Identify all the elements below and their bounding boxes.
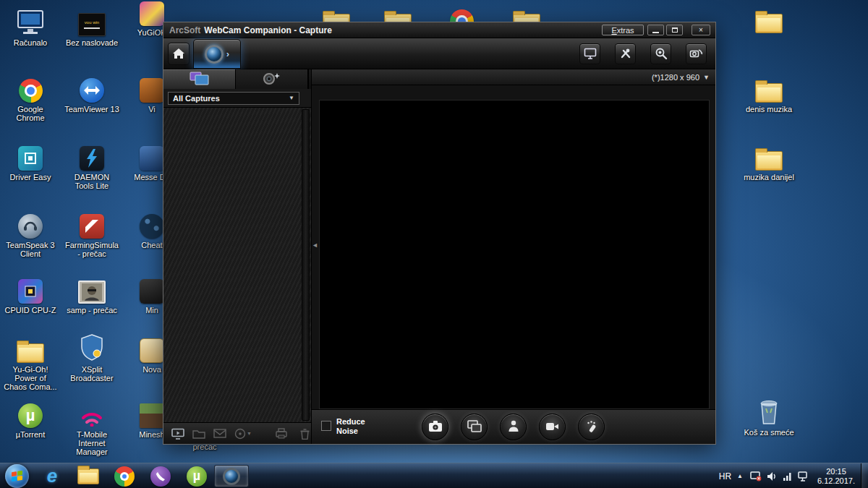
submenu-arrow-icon: ›	[226, 48, 229, 59]
volume-icon[interactable]	[767, 471, 778, 481]
desktop-icon-label: muzika danijel	[741, 173, 796, 181]
desktop-icon-utorrent[interactable]: µ µTorrent	[3, 396, 58, 439]
chrome-icon	[114, 466, 135, 487]
desktop-icon-recycle-bin[interactable]: Koš za smeće	[741, 394, 796, 437]
desktop-icon-daemon-tools[interactable]: DAEMON Tools Lite	[64, 139, 119, 190]
desktop-icon-google-chrome[interactable]: Google Chrome	[3, 71, 58, 122]
close-button[interactable]: ×	[692, 25, 710, 35]
desktop-icon-denis-muzika[interactable]: denis muzika	[741, 71, 796, 114]
cpuz-icon	[18, 279, 43, 304]
desktop-icon-label: TeamSpeak 3 Client	[3, 241, 58, 258]
desktop-icon-teamviewer[interactable]: TeamViewer 13	[64, 71, 119, 114]
burn-disc-button[interactable]: ▼	[234, 428, 252, 440]
desktop-icon-muzika-danijel[interactable]: muzika danijel	[741, 139, 796, 181]
taskbar-viber[interactable]	[146, 465, 175, 487]
taskbar-explorer[interactable]	[74, 465, 103, 487]
settings-button[interactable]	[615, 43, 636, 64]
tmobile-wifi-icon	[79, 403, 105, 428]
effects-button[interactable]	[578, 414, 605, 440]
magnifier-gear-icon	[655, 47, 668, 61]
desktop-icon-bez-naslovade[interactable]: vou win Bez naslovade	[64, 4, 119, 47]
chevron-down-icon: ▼	[703, 74, 710, 81]
taskbar-webcam-companion-active[interactable]	[214, 465, 249, 487]
video-record-button[interactable]	[500, 414, 527, 440]
app-icon	[140, 78, 164, 103]
main-toolbar: ›	[163, 38, 715, 69]
window-title: WebCam Companion - Capture	[204, 25, 331, 35]
desktop-icon-label: TeamViewer 13	[64, 105, 119, 114]
desktop-icon-farming-simulator[interactable]: FarmingSimula - prečac	[64, 207, 119, 258]
open-folder-button[interactable]	[192, 429, 205, 439]
collapse-panel-arrow[interactable]: ◄	[312, 241, 318, 249]
webcam-lens-icon	[223, 468, 240, 485]
delete-button[interactable]	[299, 428, 310, 440]
photo-capture-button[interactable]	[422, 414, 448, 440]
utorrent-icon: µ	[187, 466, 207, 487]
switch-camera-button[interactable]	[686, 43, 707, 64]
email-button[interactable]	[213, 429, 226, 438]
burst-capture-button[interactable]	[461, 414, 488, 440]
media-capture-button[interactable]	[539, 414, 566, 440]
slideshow-button[interactable]	[171, 428, 184, 440]
captures-list[interactable]	[163, 108, 311, 422]
xsplit-icon	[80, 334, 104, 363]
desktop-icon-driver-easy[interactable]: Driver Easy	[3, 139, 58, 181]
desktop-icon-computer[interactable]: Računalo	[3, 4, 58, 47]
taskbar-utorrent[interactable]: µ	[182, 465, 211, 487]
taskbar-clock[interactable]: 20:15 6.12.2017.	[817, 467, 855, 486]
screen-icon	[584, 48, 597, 61]
captures-scrollbar[interactable]	[302, 109, 310, 421]
internet-explorer-icon: e	[47, 465, 57, 487]
tab-captures[interactable]	[163, 69, 236, 89]
tab-webcam-effects[interactable]	[236, 69, 308, 89]
camera-preview	[319, 100, 710, 409]
desktop-icon-teamspeak[interactable]: TeamSpeak 3 Client	[3, 207, 58, 258]
webcam-star-icon	[263, 72, 281, 87]
taskbar-chrome[interactable]	[110, 465, 139, 487]
capture-mode-button[interactable]: ›	[193, 39, 241, 69]
folder-icon	[755, 83, 783, 103]
device-search-button[interactable]	[650, 43, 671, 64]
maximize-button[interactable]	[666, 25, 683, 35]
desktop: Računalo Google Chrome Driver Easy TeamS…	[0, 0, 868, 488]
fullscreen-preview-button[interactable]	[579, 43, 600, 64]
minimize-button[interactable]	[647, 25, 664, 35]
home-button[interactable]	[168, 43, 190, 65]
action-center-icon[interactable]	[750, 471, 762, 481]
network-icon[interactable]	[798, 471, 809, 481]
signal-icon[interactable]	[783, 471, 793, 481]
reduce-noise-checkbox[interactable]	[321, 421, 331, 431]
burst-icon	[467, 420, 482, 434]
show-desktop-button[interactable]	[861, 463, 868, 488]
desktop-icon-top-folder-4[interactable]	[741, 1, 796, 35]
desktop-icon-label: samp - prečac	[64, 306, 119, 314]
titlebar[interactable]: ArcSoft WebCam Companion - Capture Extra…	[163, 22, 715, 38]
filter-value: All Captures	[173, 94, 220, 103]
preview-panel: (*)1280 x 960 ▼ ◄ Reduce Noise	[312, 69, 715, 444]
taskbar: e µ HR ▲ 20:15 6.12.2017.	[0, 463, 868, 488]
desktop-icon-label: Yu-Gi-Oh! Power of Chaos Coma...	[3, 365, 58, 391]
extras-menu-button[interactable]: Extras	[602, 25, 644, 35]
resolution-dropdown[interactable]: (*)1280 x 960 ▼	[312, 69, 715, 85]
captures-filter-select[interactable]: All Captures ▼	[168, 92, 299, 105]
icon-text: vou win	[85, 20, 99, 25]
language-indicator[interactable]: HR	[719, 471, 731, 481]
maximize-icon	[672, 27, 678, 33]
desktop-icon-yugioh-folder[interactable]: Yu-Gi-Oh! Power of Chaos Coma...	[3, 331, 58, 391]
folder-icon	[755, 151, 783, 171]
desktop-icon-xsplit[interactable]: XSplit Broadcaster	[64, 331, 119, 382]
taskbar-ie[interactable]: e	[38, 465, 67, 487]
hidden-icons-arrow[interactable]: ▲	[737, 473, 743, 479]
desktop-icon-label: CPUID CPU-Z	[3, 306, 58, 314]
start-button[interactable]	[5, 464, 29, 488]
tabs-filler	[308, 69, 311, 89]
desktop-icon-tmobile[interactable]: T-Mobile Internet Manager	[64, 396, 119, 456]
desktop-icon-samp[interactable]: samp - prečac	[64, 272, 119, 314]
resolution-value: (*)1280 x 960	[652, 73, 699, 82]
print-button[interactable]	[275, 428, 288, 439]
teamviewer-icon	[80, 78, 104, 103]
desktop-icon-label: Google Chrome	[3, 105, 58, 122]
system-tray: HR ▲ 20:15 6.12.2017.	[719, 463, 868, 488]
desktop-icon-cpuz[interactable]: CPUID CPU-Z	[3, 272, 58, 314]
capture-controls-bar: Reduce Noise	[312, 409, 715, 444]
